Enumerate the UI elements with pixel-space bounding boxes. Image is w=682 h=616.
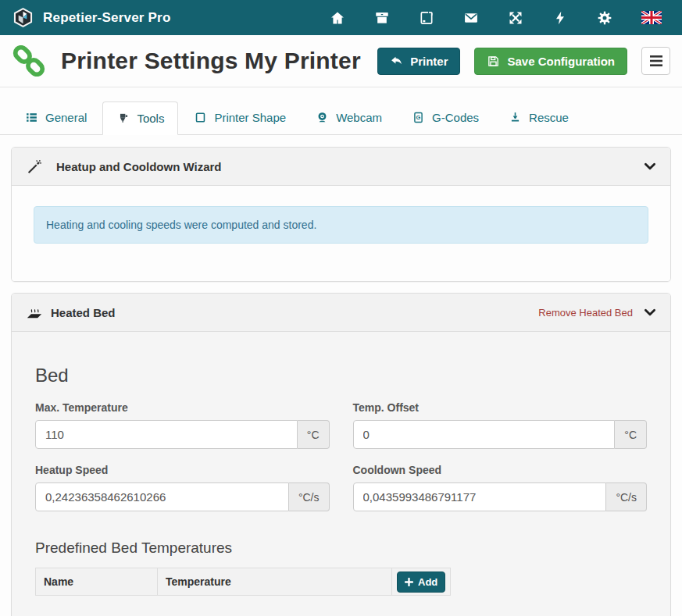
temp-offset-field: Temp. Offset °C [353,401,648,449]
save-configuration-button[interactable]: Save Configuration [474,48,627,75]
name-column-header: Name [36,568,158,596]
cooldown-speed-unit: °C/s [606,482,647,511]
hamburger-icon [650,55,662,66]
cooldown-speed-field: Cooldown Speed °C/s [353,464,648,511]
page-title: Printer Settings My Printer [61,48,361,74]
add-temperature-button[interactable]: Add [397,571,445,593]
temperature-column-header: Temperature [158,568,392,596]
repetier-logo-icon [12,7,34,28]
wizard-panel-body: Heating and cooling speeds were computed… [12,186,670,281]
remove-heated-bed-link[interactable]: Remove Heated Bed [538,307,633,319]
cooldown-speed-label: Cooldown Speed [353,464,648,476]
tab-g-codes-label: G-Codes [432,111,479,124]
add-column-header: Add [392,568,451,596]
page-header: Printer Settings My Printer Printer Save… [0,35,682,87]
top-navbar: Repetier-Server Pro [0,0,682,35]
settings-icon[interactable] [597,10,612,26]
tab-printer-shape-label: Printer Shape [214,111,286,124]
tab-general[interactable]: General [11,101,101,134]
header-buttons: Printer Save Configuration [377,47,670,75]
heatup-speed-label: Heatup Speed [35,464,330,476]
heated-bed-panel-header[interactable]: Heated Bed Remove Heated Bed [12,294,670,332]
predefined-temperatures-table: Name Temperature Add [35,568,451,596]
add-button-label: Add [418,576,437,588]
printer-button-label: Printer [410,55,448,68]
heated-bed-icon [26,304,43,321]
bed-section-title: Bed [35,365,647,386]
rescue-icon [509,111,522,124]
menu-button[interactable] [641,47,670,75]
temp-offset-unit: °C [615,420,647,449]
printer-queue-icon[interactable] [374,10,390,26]
plus-icon [405,578,413,586]
tab-tools-label: Tools [137,112,164,125]
heatup-speed-input[interactable] [35,482,289,511]
quick-commands-icon[interactable] [552,10,568,26]
svg-text:G: G [416,114,421,121]
brand-name: Repetier-Server Pro [43,10,170,26]
settings-tabs: General Tools Printer Shape Webcam G G-C… [0,101,682,135]
webcam-icon [316,111,329,124]
square-outline-icon [194,111,207,124]
list-icon [25,111,38,124]
max-temperature-unit: °C [298,420,330,449]
back-arrow-icon [390,55,403,68]
wizard-info-alert: Heating and cooling speeds were computed… [34,206,648,244]
heatup-cooldown-wizard-panel: Heatup and Cooldown Wizard Heating and c… [11,147,671,282]
max-temperature-input[interactable] [35,420,298,449]
navbar-icons [330,10,662,26]
chevron-down-icon[interactable] [644,306,656,319]
wizard-panel-title: Heatup and Cooldown Wizard [56,160,222,173]
tab-general-label: General [45,111,87,124]
max-temperature-label: Max. Temperature [35,401,330,414]
home-icon[interactable] [330,10,345,26]
magic-wand-icon [26,158,43,175]
chevron-down-icon[interactable] [644,160,656,173]
tab-g-codes[interactable]: G G-Codes [398,101,493,134]
models-icon[interactable] [419,10,434,26]
cooldown-speed-input[interactable] [353,482,607,511]
bed-settings-form: Max. Temperature °C Temp. Offset °C Heat… [35,401,647,511]
tab-webcam-label: Webcam [336,111,382,124]
temp-offset-input[interactable] [353,420,616,449]
heatup-speed-field: Heatup Speed °C/s [35,464,330,511]
printer-button[interactable]: Printer [377,48,460,75]
heated-bed-panel-body: Bed Max. Temperature °C Temp. Offset °C … [12,332,670,616]
gcode-file-icon: G [412,111,425,124]
tab-printer-shape[interactable]: Printer Shape [180,101,300,134]
link-chain-icon [12,45,45,77]
heated-bed-panel-title: Heated Bed [51,306,116,319]
wizard-panel-header[interactable]: Heatup and Cooldown Wizard [12,148,670,186]
max-temperature-field: Max. Temperature °C [35,401,330,449]
heated-bed-panel: Heated Bed Remove Heated Bed Bed Max. Te… [11,293,671,616]
heatup-speed-unit: °C/s [289,482,330,511]
save-button-label: Save Configuration [507,55,615,68]
brand[interactable]: Repetier-Server Pro [12,7,170,28]
temp-offset-label: Temp. Offset [353,401,648,414]
messages-icon[interactable] [463,10,479,26]
expand-icon[interactable] [508,10,523,26]
extruder-icon [116,112,130,125]
save-icon [487,55,500,68]
tab-rescue-label: Rescue [529,111,569,124]
table-header-row: Name Temperature Add [36,568,451,596]
language-flag-icon[interactable] [641,11,662,24]
tab-webcam[interactable]: Webcam [302,101,396,134]
tab-rescue[interactable]: Rescue [495,101,583,134]
tab-tools[interactable]: Tools [102,101,178,135]
predefined-temperatures-title: Predefined Bed Temperatures [35,539,647,557]
